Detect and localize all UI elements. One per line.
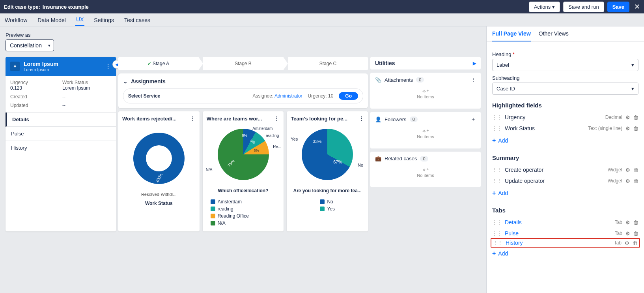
widget-title: Team's looking for pe...	[291, 116, 347, 122]
tab-data-model[interactable]: Data Model	[37, 14, 67, 26]
preview-select[interactable]: Constellation	[6, 39, 54, 51]
updated-value: --	[62, 103, 111, 108]
tab-test-cases[interactable]: Test cases	[123, 14, 151, 26]
chart-caption: Are you looking for more tea...	[293, 188, 361, 193]
util-menu-icon[interactable]: ⋮	[470, 77, 476, 83]
check-icon: ✔	[147, 61, 151, 66]
widget-menu-icon[interactable]: ⋮	[274, 115, 280, 122]
tab-ux[interactable]: UX	[75, 13, 84, 26]
add-summary-button[interactable]: +Add	[492, 186, 638, 200]
tab-workflow[interactable]: Workflow	[4, 14, 28, 26]
trash-icon[interactable]: 🗑	[633, 231, 638, 237]
plus-icon: +	[492, 250, 496, 257]
chevron-down-icon[interactable]: ⌄	[123, 78, 128, 85]
created-label: Created	[10, 94, 59, 100]
stage-c[interactable]: Stage C	[288, 61, 368, 66]
urgency-value: 0.123	[10, 85, 59, 91]
urgency-label: Urgency	[10, 80, 59, 85]
tabs-row-history: ⋮⋮ History Tab ⚙🗑	[491, 238, 640, 248]
drag-handle-icon[interactable]: ⋮⋮	[492, 220, 502, 225]
trash-icon[interactable]: 🗑	[633, 115, 638, 120]
pie-chart-office: 8% 8% 8% 75%	[218, 129, 269, 180]
drag-handle-icon[interactable]: ⋮⋮	[492, 167, 502, 173]
util-related-cases: 💼 Related cases 0 ✧⁺No items	[370, 152, 481, 187]
save-button[interactable]: Save	[607, 2, 629, 12]
gear-icon[interactable]: ⚙	[625, 231, 630, 237]
config-tab-other-views[interactable]: Other Views	[539, 26, 569, 41]
chevron-down-icon: ▾	[631, 86, 634, 92]
widget-title: Work items rejected/...	[122, 116, 177, 122]
sparkle-icon: ✧⁺	[422, 88, 429, 94]
assignment-row: Select Service Assignee: Administrator U…	[123, 88, 363, 103]
drag-handle-icon[interactable]: ⋮⋮	[492, 231, 502, 236]
gear-icon[interactable]: ⚙	[625, 126, 630, 131]
go-button[interactable]: Go	[339, 92, 358, 100]
add-tabs-button[interactable]: +Add	[492, 247, 638, 260]
config-panel: Full Page View Other Views Heading * Lab…	[486, 26, 644, 293]
workstatus-value: Lorem Ipsum	[62, 85, 111, 91]
case-header: ✦ Lorem Ipsum Lorem Ipsum ⋮ ◀	[6, 57, 116, 76]
stage-a[interactable]: ✔Stage A	[118, 61, 198, 66]
gear-icon[interactable]: ⚙	[625, 220, 630, 225]
pie-chart-yesno: 33% 67%	[302, 129, 353, 180]
drag-handle-icon[interactable]: ⋮⋮	[492, 115, 502, 120]
subheading-select[interactable]: Case ID▾	[492, 83, 638, 95]
summary-row-create: ⋮⋮ Create operator Widget ⚙🗑	[492, 164, 638, 175]
sparkle-icon: ✧⁺	[422, 167, 429, 173]
case-subtitle: Lorem Ipsum	[24, 67, 58, 72]
created-value: --	[62, 94, 111, 100]
drag-handle-icon[interactable]: ⋮⋮	[492, 126, 502, 131]
trash-icon[interactable]: 🗑	[633, 220, 638, 225]
close-icon[interactable]: ✕	[634, 2, 640, 11]
assignee-link[interactable]: Administrator	[274, 93, 302, 99]
topbar-prefix: Edit case type:	[4, 4, 40, 10]
case-title: Lorem Ipsum	[24, 61, 58, 67]
case-menu-icon[interactable]: ⋮	[105, 63, 111, 70]
gear-icon[interactable]: ⚙	[625, 115, 630, 120]
gear-icon[interactable]: ⚙	[625, 167, 630, 173]
tabs-row-details: ⋮⋮ Details Tab ⚙🗑	[492, 217, 638, 228]
widget-teams-location: Where are teams wor...⋮ Amsterdam readin…	[203, 111, 284, 231]
briefcase-icon: 💼	[375, 156, 381, 162]
summary-row-update: ⋮⋮ Update operator Widget ⚙🗑	[492, 175, 638, 186]
paperclip-icon: 📎	[375, 77, 381, 83]
legend: Amsterdam reading Reading Office N/A	[207, 197, 249, 227]
widget-title: Where are teams wor...	[207, 116, 262, 122]
gear-icon[interactable]: ⚙	[625, 178, 630, 184]
util-attachments: 📎 Attachments 0 ⋮ ✧⁺No items	[370, 73, 481, 109]
drag-handle-icon[interactable]: ⋮⋮	[493, 240, 502, 246]
donut-chart: 100%	[133, 133, 185, 184]
legend: No Yes	[320, 197, 335, 213]
assignment-label: Select Service	[128, 93, 160, 99]
assignments-heading: Assignments	[131, 78, 166, 85]
heading-select[interactable]: Label▾	[492, 59, 638, 71]
trash-icon[interactable]: 🗑	[633, 167, 638, 173]
widget-menu-icon[interactable]: ⋮	[190, 115, 196, 122]
config-tab-full-page[interactable]: Full Page View	[492, 26, 531, 41]
section-highlighted-title: Highlighted fields	[492, 102, 638, 109]
add-highlighted-button[interactable]: +Add	[492, 134, 638, 147]
updated-label: Updated	[10, 103, 59, 108]
side-tab-pulse[interactable]: Pulse	[6, 127, 116, 141]
workstatus-label: Work Status	[62, 80, 111, 85]
drag-handle-icon[interactable]: ⋮⋮	[492, 178, 502, 184]
tab-settings[interactable]: Settings	[93, 14, 115, 26]
field-row-urgency: ⋮⋮ Urgency Decimal ⚙🗑	[492, 112, 638, 123]
actions-button[interactable]: Actions ▾	[529, 2, 560, 12]
widget-team-looking: Team's looking for pe...⋮ No Yes 33% 67%…	[287, 111, 368, 231]
add-follower-icon[interactable]: ＋	[470, 116, 476, 123]
util-nav-right-icon[interactable]: ▶	[473, 61, 476, 66]
stage-b[interactable]: Stage B	[203, 61, 283, 66]
person-icon: 👤	[375, 116, 381, 122]
trash-icon[interactable]: 🗑	[633, 126, 638, 131]
chart-caption: Work Status	[145, 201, 173, 206]
widget-menu-icon[interactable]: ⋮	[358, 115, 364, 122]
gear-icon[interactable]: ⚙	[625, 240, 629, 246]
save-and-run-button[interactable]: Save and run	[563, 2, 604, 12]
side-tab-history[interactable]: History	[6, 141, 116, 155]
trash-icon[interactable]: 🗑	[633, 240, 638, 246]
trash-icon[interactable]: 🗑	[633, 178, 638, 184]
assignments-card: ⌄Assignments Select Service Assignee: Ad…	[118, 73, 368, 108]
side-tab-details[interactable]: Details	[6, 113, 116, 127]
utilities-header: Utilities ▶	[370, 57, 481, 69]
